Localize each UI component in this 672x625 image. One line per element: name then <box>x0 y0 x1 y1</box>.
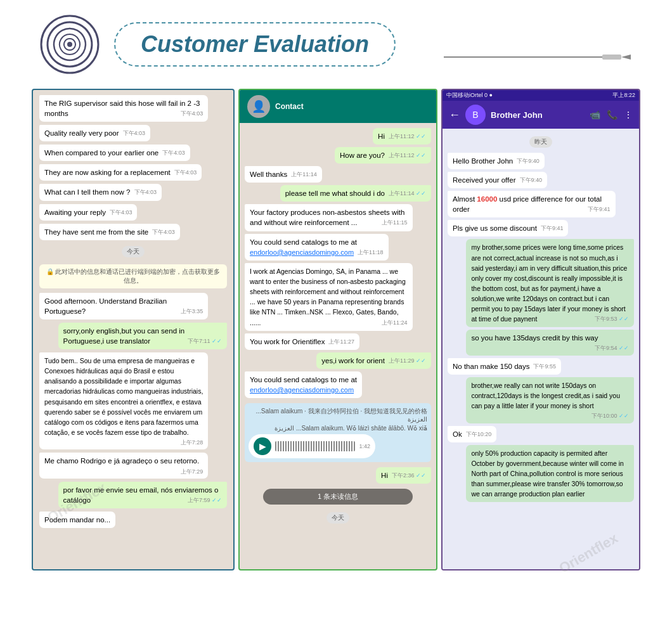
play-button[interactable]: ▶ <box>254 437 271 455</box>
svg-point-1 <box>67 42 72 47</box>
list-item: No than make 150 days 下午9:55 <box>448 358 561 375</box>
contact-avatar: B <box>465 105 486 125</box>
more-options-icon[interactable]: ⋮ <box>624 110 633 120</box>
title-box: Customer Evaluation <box>114 22 396 67</box>
contact-avatar: 👤 <box>247 95 270 118</box>
left-chat-panel: The RIG supervisor said this hose will f… <box>32 89 235 570</box>
list-item: Good afternoon. Understand Brazilian Por… <box>39 293 208 319</box>
mid-chat-header: 👤 Contact <box>240 90 436 123</box>
list-item: brother,we really can not write 150days … <box>466 377 634 423</box>
android-header: ← B Brother John 📹 📞 ⋮ <box>443 101 639 129</box>
list-item: sorry,only english,but you can send in P… <box>58 323 227 349</box>
list-item: please tell me what should i do 上午11:14 … <box>280 185 431 202</box>
list-item: Podem mandar no... <box>39 512 115 528</box>
contact-info: Contact <box>275 102 304 111</box>
list-item: my brother,some prices were long time,so… <box>466 239 634 327</box>
list-item: Your factory produces non-asbestos sheet… <box>245 204 413 231</box>
date-divider-today: 今天 <box>326 512 349 524</box>
contact-info: Brother John <box>491 110 585 120</box>
unread-messages-badge: 1 条未读信息 <box>263 489 412 505</box>
list-item: Awaiting your reply 下午4:03 <box>39 204 137 221</box>
list-item: so you have 135days credit by this way 下… <box>466 330 634 356</box>
voice-call-icon[interactable]: 📞 <box>607 110 617 120</box>
list-item: They have sent me from the site 下午4:03 <box>39 224 180 240</box>
list-item: What can I tell them now ? 下午4:03 <box>39 184 162 200</box>
list-item: When compared to your earlier one 下午4:03 <box>39 145 190 161</box>
list-item: I work at Agencias Domingo, SA, in Panam… <box>245 263 413 331</box>
date-divider-yesterday: 昨天 <box>529 136 552 148</box>
waveform <box>275 441 355 451</box>
back-arrow-icon[interactable]: ← <box>449 108 460 122</box>
list-item: Almost 16000 usd price difference for ou… <box>448 191 616 217</box>
svg-rect-3 <box>602 55 621 60</box>
list-item: You could send catalogs to me atendorloo… <box>245 234 389 261</box>
list-item: You work for Orientiflex 上午11:27 <box>245 333 359 350</box>
audio-message: ▶ 1:42 <box>249 434 375 458</box>
list-item: How are you? 上午11:12 ✓✓ <box>335 147 431 164</box>
page-header: Customer Evaluation <box>0 0 672 82</box>
arabic-message-section: Salam alaikum · 我来自沙特阿拉伯 · 我想知道我见见的价格...… <box>245 403 431 462</box>
list-item: The RIG supervisor said this hose will f… <box>39 95 208 122</box>
right-chat-body: 昨天 Hello Brother John 下午9:40 Received yo… <box>443 129 639 569</box>
list-item: Pls give us some discount 下午9:41 <box>448 220 568 236</box>
list-item: yes,i work for orient 上午11:29 ✓✓ <box>316 352 431 369</box>
list-item: Received your offer 下午9:40 <box>448 172 547 188</box>
list-item: Hello Brother John 下午9:40 <box>448 153 545 169</box>
list-item: Hi 上午11:12 ✓✓ <box>373 128 431 145</box>
list-item: Quality really very poor 下午4:03 <box>39 125 150 141</box>
list-item: Tudo bem.. Sou de uma empresa de manguei… <box>39 352 208 449</box>
encrypt-notice: 🔒 此对话中的信息和通话已进行端到端的加密，点击获取更多信息。 <box>39 264 227 288</box>
main-chat-area: The RIG supervisor said this hose will f… <box>32 89 640 570</box>
video-call-icon[interactable]: 📹 <box>590 110 600 120</box>
mid-chat-body: Hi 上午11:12 ✓✓ How are you? 上午11:12 ✓✓ We… <box>240 123 436 569</box>
mid-chat-panel: 👤 Contact Hi 上午11:12 ✓✓ How are you? 上午1… <box>238 89 437 570</box>
left-chat-body: The RIG supervisor said this hose will f… <box>33 90 233 569</box>
list-item: You could send catalogs to me atendorloo… <box>245 371 362 398</box>
pen-decoration <box>444 51 634 63</box>
page-title: Customer Evaluation <box>141 31 369 58</box>
list-item: They are now asking for a replacement 下午… <box>39 164 202 181</box>
list-item: por favor me envie seu email, nós enviar… <box>58 482 227 508</box>
right-chat-panel: 中国移动iOrtel 0 ● 平上8:22 ← B Brother John 📹… <box>441 89 640 570</box>
svg-marker-4 <box>621 55 631 60</box>
list-item: Ok 下午10:20 <box>448 426 496 442</box>
action-icons: 📹 📞 ⋮ <box>590 110 633 120</box>
android-status-bar: 中国移动iOrtel 0 ● 平上8:22 <box>443 90 639 101</box>
list-item: Hi 下午2:36 ✓✓ <box>376 467 431 484</box>
list-item: Well thanks 上午11:14 <box>245 166 322 183</box>
logo-icon <box>38 13 101 76</box>
list-item: Me chamo Rodrigo e já agradeço o seu ret… <box>39 453 208 479</box>
date-divider: 今天 <box>122 246 145 257</box>
list-item: only 50% production capacity is permited… <box>466 445 634 502</box>
